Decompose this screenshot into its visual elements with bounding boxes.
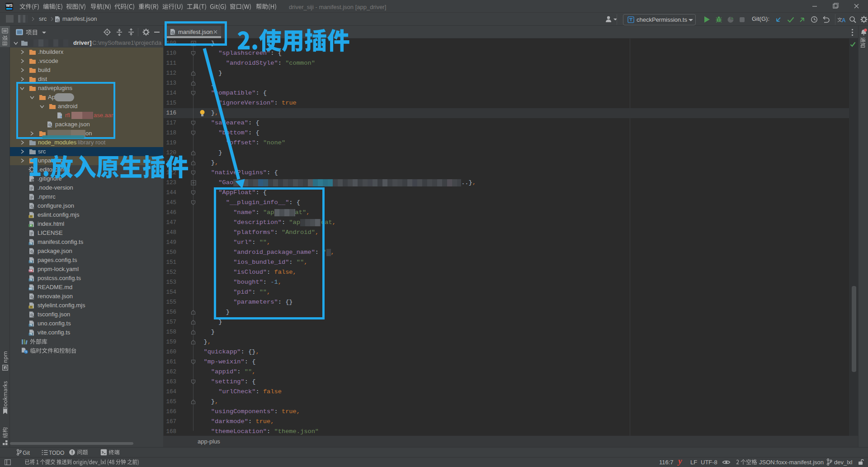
- svg-text:TS: TS: [29, 333, 32, 335]
- svg-text:TS: TS: [29, 324, 32, 326]
- svg-text:JS: JS: [29, 215, 32, 218]
- svg-text:TS: TS: [29, 261, 32, 263]
- svg-text:MD: MD: [29, 288, 33, 290]
- svg-text:JS: JS: [29, 306, 32, 308]
- svg-text:TS: TS: [29, 243, 32, 245]
- svg-text:YML: YML: [28, 270, 33, 272]
- svg-text:TS: TS: [29, 279, 32, 281]
